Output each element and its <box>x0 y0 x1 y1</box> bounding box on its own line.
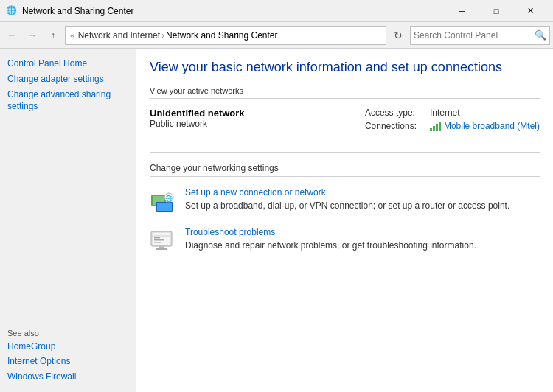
up-button[interactable]: ↑ <box>44 27 62 44</box>
main-layout: Control Panel Home Change adapter settin… <box>0 49 553 392</box>
troubleshoot-description: Diagnose and repair network problems, or… <box>185 240 476 251</box>
sidebar-divider <box>7 214 128 214</box>
network-left: Unidentified network Public network <box>150 108 245 129</box>
svg-rect-12 <box>159 246 164 248</box>
svg-rect-13 <box>156 248 167 250</box>
troubleshoot-link[interactable]: Troubleshoot problems <box>185 227 476 237</box>
network-info: Unidentified network Public network Acce… <box>150 108 540 140</box>
title-bar: 🌐 Network and Sharing Center ─ □ ✕ <box>0 0 553 22</box>
refresh-button[interactable]: ↻ <box>389 27 407 44</box>
active-networks-header: View your active networks <box>150 86 540 99</box>
address-bar: ← → ↑ « Network and Internet › Network a… <box>0 22 553 49</box>
svg-rect-11 <box>154 242 161 243</box>
access-type-label: Access type: <box>365 108 424 118</box>
close-button[interactable]: ✕ <box>513 0 547 22</box>
sidebar-link-internet-options[interactable]: Internet Options <box>7 355 128 368</box>
page-title: View your basic network information and … <box>150 59 540 76</box>
network-name: Unidentified network <box>150 108 245 119</box>
setup-text-group: Set up a new connection or network Set u… <box>185 187 509 211</box>
access-type-value: Internet <box>430 108 460 118</box>
breadcrumb-prefix: « <box>70 30 75 41</box>
network-details: Access type: Internet Connections: Mobil… <box>365 108 540 131</box>
forward-button[interactable]: → <box>24 27 41 44</box>
settings-item-troubleshoot: Troubleshoot problems Diagnose and repai… <box>150 227 540 253</box>
settings-item-setup: 🌐 Set up a new connection or network Set… <box>150 187 540 214</box>
troubleshoot-text-group: Troubleshoot problems Diagnose and repai… <box>185 227 476 251</box>
maximize-button[interactable]: □ <box>479 0 513 22</box>
connections-row: Connections: Mobile broadband (Mtel) <box>365 121 540 131</box>
section-divider <box>150 152 540 153</box>
troubleshoot-icon <box>150 227 176 253</box>
app-icon: 🌐 <box>6 5 18 17</box>
svg-rect-9 <box>154 237 160 239</box>
back-button[interactable]: ← <box>3 27 21 44</box>
svg-rect-3 <box>157 203 172 211</box>
signal-bars-icon <box>430 121 441 131</box>
svg-text:🌐: 🌐 <box>165 195 173 202</box>
path-separator: › <box>161 30 164 41</box>
search-box[interactable]: 🔍 <box>410 26 550 45</box>
search-input[interactable] <box>414 30 535 41</box>
sidebar: Control Panel Home Change adapter settin… <box>0 49 136 392</box>
sidebar-link-control-panel-home[interactable]: Control Panel Home <box>7 57 128 70</box>
access-type-row: Access type: Internet <box>365 108 540 118</box>
svg-rect-7 <box>153 233 170 245</box>
title-bar-text: Network and Sharing Center <box>22 6 445 16</box>
title-bar-controls: ─ □ ✕ <box>445 0 547 22</box>
search-icon: 🔍 <box>535 29 546 41</box>
connections-value[interactable]: Mobile broadband (Mtel) <box>430 121 540 131</box>
minimize-button[interactable]: ─ <box>445 0 479 22</box>
sidebar-link-homegroup[interactable]: HomeGroup <box>7 340 128 353</box>
sidebar-link-windows-firewall[interactable]: Windows Firewall <box>7 371 128 383</box>
setup-icon: 🌐 <box>150 187 176 214</box>
svg-rect-10 <box>154 239 164 241</box>
content-area: View your basic network information and … <box>136 49 553 392</box>
see-also-title: See also <box>7 321 128 337</box>
sidebar-link-change-adapter[interactable]: Change adapter settings <box>7 73 128 85</box>
sidebar-link-advanced-sharing[interactable]: Change advanced sharing settings <box>7 88 128 113</box>
network-type: Public network <box>150 119 245 129</box>
path-part-network-internet: Network and Internet <box>78 30 160 41</box>
connections-text: Mobile broadband (Mtel) <box>444 121 540 131</box>
setup-link[interactable]: Set up a new connection or network <box>185 187 509 197</box>
connections-label: Connections: <box>365 121 424 131</box>
networking-settings-header: Change your networking settings <box>150 163 540 177</box>
setup-description: Set up a broadband, dial-up, or VPN conn… <box>185 200 509 211</box>
address-path[interactable]: « Network and Internet › Network and Sha… <box>65 26 386 45</box>
path-part-current: Network and Sharing Center <box>166 30 277 41</box>
